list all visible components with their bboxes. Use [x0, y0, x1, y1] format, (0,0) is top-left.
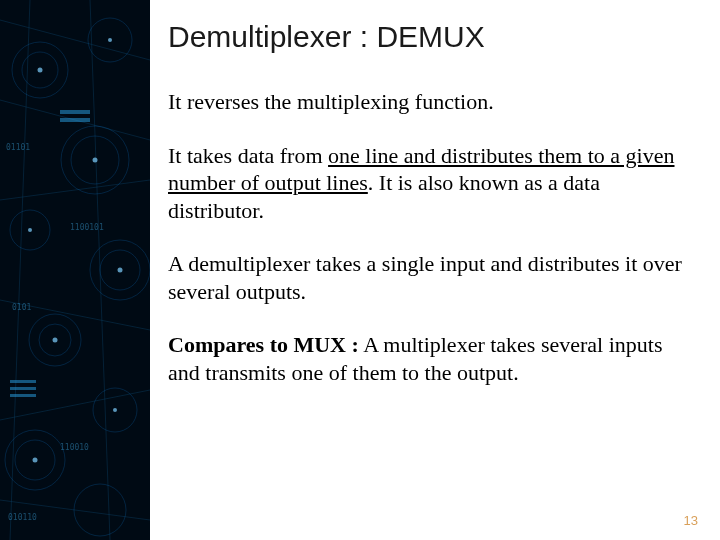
paragraph-4: Compares to MUX : A multiplexer takes se…: [168, 331, 690, 386]
p2-lead: It takes data from: [168, 143, 328, 168]
svg-point-34: [28, 228, 32, 232]
paragraph-3: A demultiplexer takes a single input and…: [168, 250, 690, 305]
page-number: 13: [684, 513, 698, 528]
svg-point-31: [53, 338, 58, 343]
svg-rect-0: [0, 0, 150, 540]
svg-point-28: [38, 68, 43, 73]
svg-rect-27: [10, 394, 36, 397]
svg-rect-24: [60, 118, 90, 122]
svg-point-33: [108, 38, 112, 42]
svg-point-35: [113, 408, 117, 412]
p4-label: Compares to MUX :: [168, 332, 359, 357]
svg-text:1100101: 1100101: [70, 223, 104, 232]
svg-point-29: [93, 158, 98, 163]
slide-title: Demultiplexer : DEMUX: [168, 20, 690, 54]
paragraph-2: It takes data from one line and distribu…: [168, 142, 690, 225]
slide-content: Demultiplexer : DEMUX It reverses the mu…: [150, 0, 720, 540]
svg-text:0101: 0101: [12, 303, 31, 312]
svg-rect-25: [10, 380, 36, 383]
svg-text:01101: 01101: [6, 143, 30, 152]
sidebar-decoration: 01101 1100101 0101 110010 010110: [0, 0, 150, 540]
svg-text:110010: 110010: [60, 443, 89, 452]
svg-rect-23: [60, 110, 90, 114]
svg-point-30: [118, 268, 123, 273]
svg-point-32: [33, 458, 38, 463]
svg-text:010110: 010110: [8, 513, 37, 522]
paragraph-1: It reverses the multiplexing function.: [168, 88, 690, 116]
svg-rect-26: [10, 387, 36, 390]
